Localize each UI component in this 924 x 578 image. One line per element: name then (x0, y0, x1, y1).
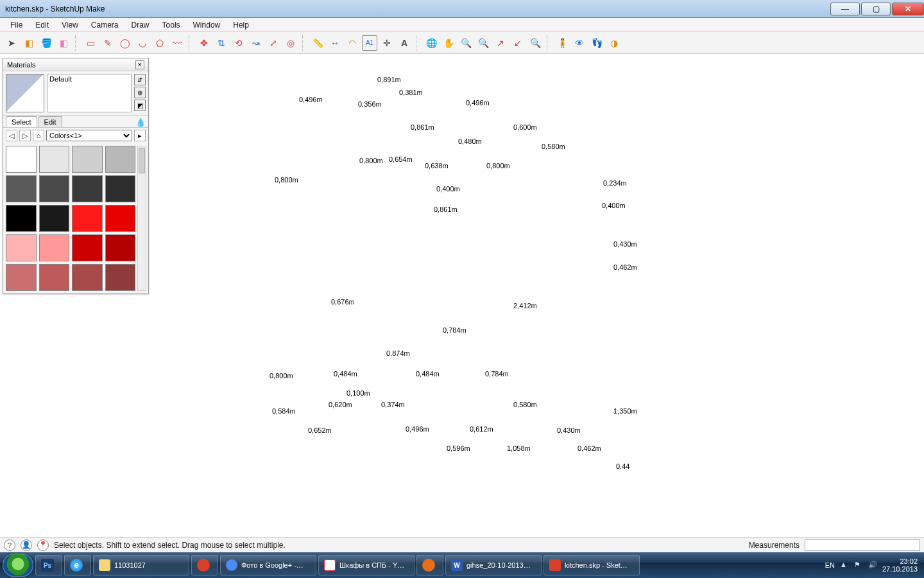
material-swatch[interactable] (6, 146, 37, 173)
measurements-input[interactable] (805, 539, 920, 551)
help-icon[interactable]: ? (4, 539, 15, 551)
materials-scrollbar[interactable] (137, 146, 146, 291)
walk-tool-icon[interactable]: 👣 (589, 35, 604, 51)
material-swatch[interactable] (72, 175, 103, 202)
start-button[interactable] (3, 554, 33, 577)
polygon-tool-icon[interactable]: ⬠ (152, 35, 167, 51)
zoom-tool-icon[interactable]: 🔍 (458, 35, 474, 51)
materials-panel[interactable]: Materials ✕ Default ⇵ ⊕ ◩ Select Edit 💧 … (3, 58, 149, 294)
material-swatch[interactable] (72, 234, 103, 261)
tray-network-icon[interactable]: ⚑ (854, 561, 863, 570)
maximize-button[interactable]: ▢ (861, 3, 891, 15)
materials-home-icon[interactable]: ⌂ (33, 130, 44, 141)
create-material-icon[interactable]: ⊕ (134, 87, 146, 98)
viewport[interactable]: 0,891m 0,381m 0,496m 0,496m 0,356m 0,480… (0, 54, 924, 537)
position-camera-icon[interactable]: 🧍 (554, 35, 570, 51)
default-material-icon[interactable]: ◩ (134, 100, 146, 111)
tray-clock[interactable]: 23:02 27.10.2013 (882, 557, 918, 573)
material-swatch[interactable] (39, 234, 70, 261)
system-tray[interactable]: EN ▲ ⚑ 🔊 23:02 27.10.2013 (821, 557, 921, 573)
zoom-previous-icon[interactable]: ↙ (510, 35, 526, 51)
materials-library-select[interactable]: Colors<1> (46, 130, 132, 141)
menu-file[interactable]: File (4, 19, 29, 31)
menu-draw[interactable]: Draw (125, 19, 156, 31)
tray-flag-icon[interactable]: ▲ (840, 561, 849, 570)
taskbar-task[interactable]: kitchen.skp - Sket… (543, 555, 640, 575)
material-swatch[interactable] (39, 146, 70, 173)
material-swatch[interactable] (105, 234, 136, 261)
eyedropper-icon[interactable]: 💧 (135, 118, 146, 127)
current-material-swatch[interactable] (6, 74, 44, 112)
material-swatch[interactable] (39, 175, 70, 202)
move-tool-icon[interactable]: ✥ (196, 35, 212, 51)
select-tool-icon[interactable]: ➤ (4, 35, 19, 51)
offset-tool-icon[interactable]: ◎ (283, 35, 298, 51)
tray-volume-icon[interactable]: 🔊 (868, 561, 877, 570)
zoom-extents-icon[interactable]: ↗ (493, 35, 508, 51)
dimension-tool-icon[interactable]: ↔ (327, 35, 343, 51)
material-swatch[interactable] (105, 264, 136, 291)
material-swatch[interactable] (72, 205, 103, 232)
material-swatch[interactable] (6, 264, 37, 291)
tape-measure-icon[interactable]: 📏 (310, 35, 325, 51)
menu-view[interactable]: View (55, 19, 85, 31)
taskbar-task[interactable] (416, 555, 443, 575)
menu-edit[interactable]: Edit (29, 19, 55, 31)
material-swatch[interactable] (105, 205, 136, 232)
section-plane-icon[interactable]: ◑ (606, 35, 622, 51)
material-swatch[interactable] (39, 264, 70, 291)
materials-tab-edit[interactable]: Edit (38, 116, 62, 127)
eraser-tool-icon[interactable]: ◧ (56, 35, 71, 51)
close-button[interactable]: ✕ (892, 3, 924, 15)
materials-panel-title[interactable]: Materials ✕ (3, 58, 148, 71)
followme-tool-icon[interactable]: ↝ (248, 35, 264, 51)
materials-back-icon[interactable]: ◁ (6, 130, 17, 141)
taskbar-pin-ie[interactable]: e (64, 555, 91, 575)
material-updown-icon[interactable]: ⇵ (134, 74, 146, 85)
zoom-window-icon[interactable]: 🔍 (475, 35, 491, 51)
material-swatch[interactable] (39, 205, 70, 232)
previous-view-icon[interactable]: 🔍 (527, 35, 543, 51)
panel-close-icon[interactable]: ✕ (135, 60, 144, 69)
taskbar-task[interactable]: Wgihse_20-10-2013… (445, 555, 542, 575)
scale-tool-icon[interactable]: ⤢ (266, 35, 281, 51)
3dtext-tool-icon[interactable]: A (397, 35, 412, 51)
look-around-icon[interactable]: 👁 (572, 35, 587, 51)
material-name-field[interactable]: Default (47, 74, 132, 112)
paint-bucket-icon[interactable]: 🪣 (38, 35, 54, 51)
axes-tool-icon[interactable]: ✛ (379, 35, 395, 51)
freehand-tool-icon[interactable]: 〰 (169, 35, 185, 51)
user-icon[interactable]: 👤 (21, 539, 32, 551)
taskbar-task[interactable] (191, 555, 218, 575)
material-swatch[interactable] (6, 175, 37, 202)
materials-menu-icon[interactable]: ▸ (134, 130, 146, 141)
circle-tool-icon[interactable]: ◯ (117, 35, 133, 51)
material-swatch[interactable] (72, 146, 103, 173)
rotate-tool-icon[interactable]: ⟲ (231, 35, 246, 51)
pan-tool-icon[interactable]: ✋ (441, 35, 456, 51)
component-tool-icon[interactable]: ◧ (21, 35, 37, 51)
taskbar-task[interactable]: Шкафы в СПБ - Y… (318, 555, 415, 575)
material-swatch[interactable] (6, 205, 37, 232)
protractor-tool-icon[interactable]: ◠ (345, 35, 360, 51)
orbit-tool-icon[interactable]: 🌐 (424, 35, 439, 51)
menu-help[interactable]: Help (227, 19, 255, 31)
geo-icon[interactable]: 📍 (37, 539, 49, 551)
material-swatch[interactable] (6, 234, 37, 261)
pushpull-tool-icon[interactable]: ⇅ (214, 35, 229, 51)
tray-lang[interactable]: EN (825, 561, 835, 569)
material-swatch[interactable] (105, 146, 136, 173)
material-swatch[interactable] (105, 175, 136, 202)
taskbar-task[interactable]: Фото в Google+ -… (220, 555, 316, 575)
line-tool-icon[interactable]: ✎ (100, 35, 116, 51)
text-tool-icon[interactable]: A1 (362, 35, 377, 51)
minimize-button[interactable]: — (830, 3, 860, 15)
menu-tools[interactable]: Tools (156, 19, 187, 31)
material-swatch[interactable] (72, 264, 103, 291)
menu-camera[interactable]: Camera (85, 19, 125, 31)
rectangle-tool-icon[interactable]: ▭ (83, 35, 98, 51)
materials-forward-icon[interactable]: ▷ (19, 130, 31, 141)
menu-window[interactable]: Window (187, 19, 227, 31)
arc-tool-icon[interactable]: ◡ (135, 35, 150, 51)
taskbar-task[interactable]: 11031027 (93, 555, 189, 575)
